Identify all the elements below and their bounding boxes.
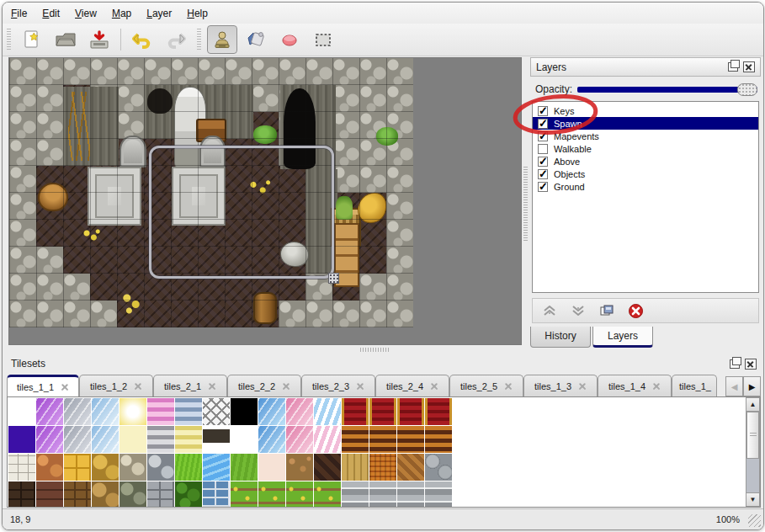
tileset-tile-weave-orange[interactable] [369, 454, 396, 481]
close-tab-icon[interactable] [282, 382, 290, 391]
menu-layer[interactable]: Layer [146, 5, 180, 22]
tileset-tile-crystal-blue2[interactable] [258, 426, 285, 453]
open-map-button[interactable] [50, 25, 81, 54]
tab-layers[interactable]: Layers [592, 327, 653, 348]
tileset-tile-orange-stripes[interactable] [342, 426, 369, 453]
tileset-tile-wall-red[interactable] [36, 481, 63, 508]
new-map-button[interactable] [17, 25, 47, 54]
opacity-slider[interactable] [577, 83, 757, 96]
layer-row-objects[interactable]: ✓Objects [533, 168, 758, 180]
tileset-tile-stone-wall[interactable] [342, 481, 369, 508]
tileset-tab-tiles_1_2[interactable]: tiles_1_2 [79, 375, 153, 396]
tileset-tile-black[interactable] [231, 398, 258, 425]
tileset-tile-crystal-blue[interactable] [92, 398, 119, 425]
tileset-tile-grass-bright[interactable] [175, 454, 202, 481]
tileset-tile-sand-pink[interactable] [258, 454, 285, 481]
close-tab-icon[interactable] [208, 382, 216, 391]
tileset-tile-brick-brown[interactable] [64, 481, 91, 508]
tileset-tile-cobble-gray[interactable] [147, 454, 174, 481]
tileset-tab-tiles_1_[interactable]: tiles_1_ [672, 375, 717, 396]
map-selection-rect[interactable] [149, 146, 334, 279]
tileset-tile-stone-wall[interactable] [369, 481, 396, 508]
delete-layer-button[interactable] [625, 301, 645, 321]
tileset-tile-lattice[interactable] [203, 398, 230, 425]
tileset-tile-cobble-green[interactable] [120, 481, 146, 508]
tileset-tile-stone-wall[interactable] [397, 481, 424, 508]
tileset-tile-sign[interactable] [203, 426, 230, 453]
close-tab-icon[interactable] [578, 382, 587, 391]
tileset-tile-grass[interactable] [231, 454, 258, 481]
fill-tool-button[interactable] [241, 25, 271, 54]
tileset-tile-stripes-pink[interactable] [147, 398, 174, 425]
tileset-tile-redwall[interactable] [342, 398, 369, 425]
tileset-tile-tiles-gold[interactable] [64, 454, 91, 481]
tileset-tile-crystal-pink[interactable] [286, 426, 313, 453]
tileset-tile-stripes-blue[interactable] [175, 398, 202, 425]
opacity-slider-handle[interactable] [737, 83, 757, 96]
tileset-tile-white[interactable] [231, 426, 258, 453]
tileset-tile-stripes-yellow[interactable] [175, 426, 202, 453]
tileset-tile-wall-dark[interactable] [8, 481, 35, 508]
layer-row-above[interactable]: ✓Above [533, 155, 758, 168]
layer-row-mapevents[interactable]: ✓Mapevents [533, 130, 758, 142]
tileset-tab-tiles_2_2[interactable]: tiles_2_2 [227, 375, 301, 396]
close-tab-icon[interactable] [61, 383, 69, 391]
tileset-tile-orange-stripes[interactable] [397, 426, 424, 453]
redo-button[interactable] [161, 25, 191, 54]
tileset-tab-tiles_1_4[interactable]: tiles_1_4 [598, 375, 672, 396]
tileset-tile-glow-yellow[interactable] [120, 398, 146, 425]
tileset-tile-herringbone[interactable] [397, 454, 424, 481]
tileset-tab-tiles_2_4[interactable]: tiles_2_4 [375, 375, 449, 396]
horizontal-splitter[interactable] [360, 348, 389, 352]
tileset-tile-grass-flowers[interactable] [231, 481, 258, 508]
tileset-tile-grass-flowers[interactable] [258, 481, 285, 508]
layer-row-spawn[interactable]: ✓Spawn [533, 117, 758, 130]
move-layer-down-button[interactable] [568, 301, 588, 321]
toolbar-drag-handle[interactable] [7, 29, 11, 51]
map-canvas[interactable] [9, 58, 413, 327]
tileset-tile-stone-wall[interactable] [425, 481, 452, 508]
float-panel-icon[interactable] [728, 62, 738, 72]
undo-button[interactable] [127, 25, 157, 54]
scroll-up-button[interactable]: ▲ [746, 398, 759, 412]
tileset-tile-redwall[interactable] [425, 398, 452, 425]
tileset-tile-planks-tan[interactable] [342, 454, 369, 481]
menu-help[interactable]: Help [187, 5, 216, 22]
close-panel-icon[interactable] [743, 61, 755, 72]
tileset-tile-crystal-purple[interactable] [36, 398, 63, 425]
tileset-tile-crystal-pink[interactable] [286, 398, 313, 425]
layer-visibility-checkbox[interactable]: ✓ [538, 169, 548, 179]
tileset-tile-water[interactable] [203, 454, 230, 481]
tileset-tile-stripes-gray[interactable] [147, 426, 174, 453]
scroll-tabs-right-button[interactable]: ▶ [743, 376, 761, 396]
tileset-tile-dirt[interactable] [286, 454, 313, 481]
layer-visibility-checkbox[interactable] [538, 144, 548, 154]
tileset-tile-zigzag-pink[interactable] [314, 426, 341, 453]
tileset-tab-tiles_1_3[interactable]: tiles_1_3 [523, 375, 598, 396]
tileset-tab-tiles_2_5[interactable]: tiles_2_5 [449, 375, 523, 396]
tileset-tile-crystal-blue2[interactable] [258, 398, 285, 425]
tileset-tile-hedge[interactable] [175, 481, 202, 508]
close-tab-icon[interactable] [134, 382, 142, 391]
menu-view[interactable]: View [75, 5, 105, 22]
tileset-tile-stone-path[interactable] [8, 454, 35, 481]
save-map-button[interactable] [84, 25, 114, 54]
tileset-scrollbar[interactable]: ▲ ▼ [746, 397, 760, 507]
selection-resize-handle[interactable] [328, 273, 339, 284]
scroll-down-button[interactable]: ▼ [746, 492, 759, 506]
menu-map[interactable]: Map [112, 5, 140, 22]
stamp-tool-button[interactable] [207, 25, 237, 54]
map-view[interactable] [8, 57, 522, 345]
layer-visibility-checkbox[interactable]: ✓ [538, 131, 548, 141]
tileset-tile-brick-blue[interactable] [203, 481, 230, 508]
close-tab-icon[interactable] [504, 382, 513, 391]
layer-visibility-checkbox[interactable]: ✓ [538, 157, 548, 167]
tileset-tile-redwall[interactable] [397, 398, 424, 425]
tileset-tile-crystal-purple[interactable] [36, 426, 63, 453]
tileset-tile-grass-flowers[interactable] [314, 481, 341, 508]
tileset-tile-orange-stripes[interactable] [425, 426, 452, 453]
tab-history[interactable]: History [530, 327, 591, 348]
layer-visibility-checkbox[interactable]: ✓ [538, 106, 548, 116]
tileset-tile-stones-tan[interactable] [92, 481, 119, 508]
float-panel-icon[interactable] [730, 359, 740, 369]
